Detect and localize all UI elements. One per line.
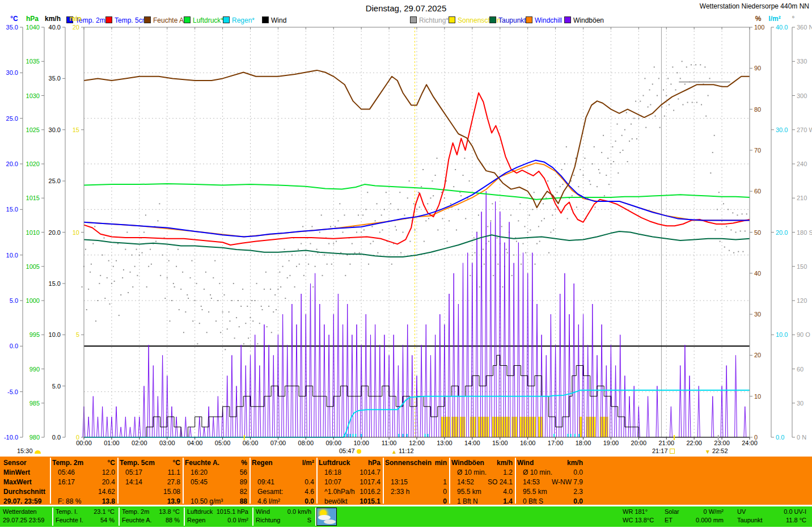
- axis-lines: [20, 27, 795, 437]
- axis-tick-label: 330: [797, 58, 812, 65]
- table-cell-value: 82: [185, 488, 247, 496]
- axis-tick-label: 15.0: [0, 206, 18, 213]
- table-cell-value: 1.2: [451, 468, 513, 476]
- status-value: 88 %: [122, 517, 180, 523]
- x-axis-label: 16:00: [517, 440, 539, 447]
- summary-table: SensorMinWertMaxWertDurchschnitt29.07. 2…: [0, 457, 812, 505]
- x-axis-label: 01:00: [100, 440, 123, 447]
- column-unit: km/h: [517, 459, 583, 467]
- annotation-2252: ▼ 22:52: [705, 447, 728, 455]
- annotation-time: 05:47: [339, 447, 355, 454]
- table-cell-value: 4.6: [252, 488, 314, 496]
- axis-tick-label: 60: [754, 188, 784, 195]
- annotation-1112: ▲ 11:12: [391, 447, 414, 455]
- axis-tick-label: 25.0: [0, 115, 18, 123]
- status-label: Wetterdaten: [3, 508, 37, 515]
- annotation-time: 11:12: [399, 447, 414, 454]
- status-value: 0.000 mm: [665, 517, 724, 523]
- status-label: WC 13.8°C: [623, 517, 654, 523]
- x-axis-label: 09:00: [322, 440, 345, 447]
- table-cell-value: 1: [385, 478, 447, 486]
- table-separator: [449, 458, 450, 504]
- axis-tick-label: 90 O: [797, 331, 812, 339]
- table-cell-value: 56: [185, 468, 247, 476]
- x-axis-label: 17:00: [544, 440, 567, 447]
- table-row-label: MinWert: [3, 468, 30, 476]
- table-cell-value: 89: [185, 478, 247, 486]
- table-cell-value: SO 24.1: [451, 478, 513, 486]
- column-unit: l/m²: [252, 459, 314, 467]
- table-cell-value: 2.3: [517, 488, 583, 496]
- column-unit: %: [185, 459, 247, 467]
- axis-tick-label: 0.0: [0, 343, 18, 350]
- up-icon: ▲: [391, 449, 397, 455]
- table-row-label: 29.07. 23:59: [3, 497, 41, 505]
- x-axis-label: 13:00: [433, 440, 456, 447]
- annotation-time: 22:52: [712, 447, 728, 454]
- column-unit: °C: [52, 459, 115, 467]
- axis-tick-label: 80: [754, 106, 784, 113]
- cloud-glyph: [324, 519, 336, 524]
- axis-tick-label: 300: [797, 92, 812, 100]
- axis-tick-label: 240: [797, 160, 812, 168]
- series-feuchte: [84, 70, 750, 208]
- axis-tick-label: 10: [754, 393, 784, 400]
- axis-tick-label: 985: [11, 400, 40, 407]
- table-cell-value: 1014.7: [319, 468, 380, 476]
- axis-tick-label: 30: [797, 400, 812, 407]
- series-richtung: [82, 61, 747, 350]
- column-unit: min: [385, 459, 447, 467]
- annotation-2117: 21:17: [652, 447, 675, 454]
- x-axis-label: 07:00: [267, 440, 289, 447]
- table-cell-value: 13.8: [52, 497, 115, 505]
- annotation-0547: 05:47: [339, 447, 361, 454]
- axis-tick-label: 10.0: [0, 252, 18, 259]
- status-value: 0.0 l/m²: [187, 517, 248, 523]
- table-separator: [183, 458, 184, 504]
- table-cell-value: 1015.1: [319, 497, 380, 505]
- table-cell-value: 1017.4: [319, 478, 380, 486]
- axis-tick-label: 1000: [11, 297, 40, 305]
- axis-tick-label: 60: [797, 366, 812, 373]
- weather-report-page: { "header": { "title": "Dienstag, 29.07.…: [0, 0, 812, 528]
- status-label: 29.07.25 23:59: [3, 517, 44, 523]
- status-bar: Wetterdaten29.07.25 23:59Temp. I.23.1 °C…: [0, 506, 812, 527]
- x-axis-label: 00:00: [73, 440, 95, 447]
- table-separator: [316, 458, 318, 504]
- status-value: 13.8 °C: [122, 508, 180, 515]
- axis-tick-label: 5: [51, 331, 79, 339]
- axis-tick-label: 90: [754, 65, 784, 72]
- status-value: S: [256, 517, 311, 523]
- x-axis-label: 15:00: [489, 440, 511, 447]
- table-separator: [249, 458, 251, 504]
- table-cell-value: 0.0: [517, 468, 583, 476]
- table-cell-value: 88: [185, 497, 247, 505]
- axis-tick-label: 40: [754, 270, 784, 277]
- table-cell-value: 0: [385, 497, 447, 505]
- x-axis-label: 22:00: [683, 440, 705, 447]
- axis-tick-label: 20: [754, 352, 784, 359]
- axis-tick-label: 15.0: [32, 280, 61, 288]
- axis-tick-label: 30.0: [0, 69, 18, 77]
- status-separator: [119, 508, 120, 526]
- table-separator: [515, 458, 516, 504]
- x-axis-label: 14:00: [461, 440, 484, 447]
- status-value: 0 W/m²: [665, 508, 724, 515]
- axis-tick-label: 1020: [11, 160, 40, 168]
- x-axis-label: 03:00: [156, 440, 179, 447]
- x-axis-label: 10:00: [350, 440, 373, 447]
- sun-icon: [357, 449, 361, 454]
- axis-tick-label: 30: [754, 311, 784, 318]
- x-axis-label: 06:00: [239, 440, 262, 447]
- axis-tick-label: 70: [754, 147, 784, 154]
- x-axis-label: 19:00: [599, 440, 622, 447]
- status-separator: [252, 508, 253, 526]
- axis-tick-label: 180 S: [797, 229, 812, 236]
- table-separator: [50, 458, 51, 504]
- x-axis-label: 21:00: [655, 440, 678, 447]
- status-value: 23.1 °C: [56, 508, 115, 515]
- status-separator: [52, 508, 53, 526]
- table-cell-value: 1.4: [451, 497, 513, 505]
- weather-condition-icon: [316, 508, 337, 526]
- column-unit: hPa: [319, 459, 380, 467]
